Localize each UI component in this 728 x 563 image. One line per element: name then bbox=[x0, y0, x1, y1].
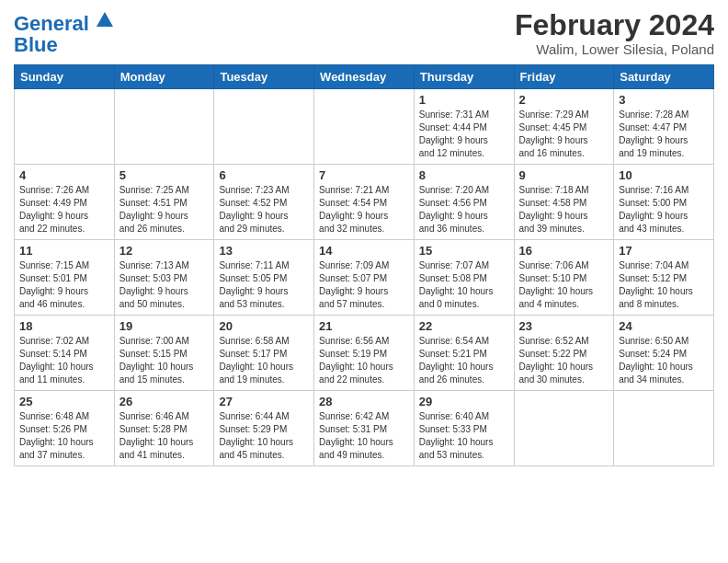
calendar-cell bbox=[15, 89, 115, 165]
day-info: Sunrise: 7:21 AM Sunset: 4:54 PM Dayligh… bbox=[319, 184, 409, 236]
calendar-week-4: 18Sunrise: 7:02 AM Sunset: 5:14 PM Dayli… bbox=[15, 316, 714, 391]
day-number: 15 bbox=[419, 244, 509, 258]
calendar-cell: 25Sunrise: 6:48 AM Sunset: 5:26 PM Dayli… bbox=[15, 391, 115, 466]
calendar-cell: 20Sunrise: 6:58 AM Sunset: 5:17 PM Dayli… bbox=[214, 316, 314, 391]
header-monday: Monday bbox=[114, 65, 214, 89]
title-block: February 2024 Walim, Lower Silesia, Pola… bbox=[515, 9, 714, 57]
calendar-cell: 24Sunrise: 6:50 AM Sunset: 5:24 PM Dayli… bbox=[614, 316, 714, 391]
calendar-table: Sunday Monday Tuesday Wednesday Thursday… bbox=[14, 64, 714, 466]
logo-text: General bbox=[14, 13, 113, 35]
calendar-cell: 7Sunrise: 7:21 AM Sunset: 4:54 PM Daylig… bbox=[314, 165, 415, 240]
day-info: Sunrise: 6:50 AM Sunset: 5:24 PM Dayligh… bbox=[619, 335, 709, 386]
day-info: Sunrise: 7:20 AM Sunset: 4:56 PM Dayligh… bbox=[419, 184, 509, 236]
day-number: 5 bbox=[119, 168, 210, 182]
day-number: 28 bbox=[319, 395, 409, 408]
calendar-cell bbox=[614, 391, 714, 466]
calendar-cell: 1Sunrise: 7:31 AM Sunset: 4:44 PM Daylig… bbox=[414, 89, 514, 165]
day-number: 14 bbox=[319, 244, 409, 258]
calendar-cell: 12Sunrise: 7:13 AM Sunset: 5:03 PM Dayli… bbox=[114, 240, 214, 316]
day-number: 13 bbox=[219, 244, 309, 258]
day-info: Sunrise: 6:40 AM Sunset: 5:33 PM Dayligh… bbox=[419, 410, 509, 462]
calendar-cell: 10Sunrise: 7:16 AM Sunset: 5:00 PM Dayli… bbox=[614, 165, 714, 240]
day-info: Sunrise: 6:48 AM Sunset: 5:26 PM Dayligh… bbox=[19, 410, 109, 462]
logo-blue: Blue bbox=[14, 33, 113, 57]
day-info: Sunrise: 6:56 AM Sunset: 5:19 PM Dayligh… bbox=[319, 335, 409, 386]
calendar-week-1: 1Sunrise: 7:31 AM Sunset: 4:44 PM Daylig… bbox=[15, 89, 714, 165]
calendar-cell: 18Sunrise: 7:02 AM Sunset: 5:14 PM Dayli… bbox=[15, 316, 115, 391]
day-number: 2 bbox=[519, 93, 609, 107]
calendar-cell: 14Sunrise: 7:09 AM Sunset: 5:07 PM Dayli… bbox=[314, 240, 415, 316]
day-number: 27 bbox=[219, 395, 309, 408]
day-number: 25 bbox=[19, 395, 109, 408]
month-year: February 2024 bbox=[515, 9, 714, 41]
day-number: 24 bbox=[619, 319, 709, 333]
calendar-cell: 9Sunrise: 7:18 AM Sunset: 4:58 PM Daylig… bbox=[514, 165, 614, 240]
day-number: 11 bbox=[19, 244, 109, 258]
page-container: General Blue February 2024 Walim, Lower … bbox=[0, 0, 728, 471]
day-info: Sunrise: 7:02 AM Sunset: 5:14 PM Dayligh… bbox=[19, 335, 109, 386]
day-info: Sunrise: 7:04 AM Sunset: 5:12 PM Dayligh… bbox=[619, 259, 709, 311]
logo-icon bbox=[97, 11, 113, 28]
day-number: 20 bbox=[219, 319, 309, 333]
day-number: 3 bbox=[619, 93, 709, 107]
calendar-cell: 27Sunrise: 6:44 AM Sunset: 5:29 PM Dayli… bbox=[214, 391, 314, 466]
header-saturday: Saturday bbox=[614, 65, 714, 89]
calendar-cell: 3Sunrise: 7:28 AM Sunset: 4:47 PM Daylig… bbox=[614, 89, 714, 165]
day-info: Sunrise: 6:44 AM Sunset: 5:29 PM Dayligh… bbox=[219, 410, 309, 462]
calendar-cell: 13Sunrise: 7:11 AM Sunset: 5:05 PM Dayli… bbox=[214, 240, 314, 316]
calendar-week-5: 25Sunrise: 6:48 AM Sunset: 5:26 PM Dayli… bbox=[15, 391, 714, 466]
day-number: 10 bbox=[619, 168, 709, 182]
day-number: 8 bbox=[419, 168, 509, 182]
day-number: 18 bbox=[19, 319, 109, 333]
calendar-cell: 29Sunrise: 6:40 AM Sunset: 5:33 PM Dayli… bbox=[414, 391, 514, 466]
day-info: Sunrise: 7:18 AM Sunset: 4:58 PM Dayligh… bbox=[519, 184, 609, 236]
logo: General Blue bbox=[14, 13, 113, 57]
day-info: Sunrise: 6:58 AM Sunset: 5:17 PM Dayligh… bbox=[219, 335, 309, 386]
day-number: 9 bbox=[519, 168, 609, 182]
day-info: Sunrise: 6:46 AM Sunset: 5:28 PM Dayligh… bbox=[119, 410, 210, 462]
day-number: 19 bbox=[119, 319, 210, 333]
header-tuesday: Tuesday bbox=[214, 65, 314, 89]
day-number: 21 bbox=[319, 319, 409, 333]
header: General Blue February 2024 Walim, Lower … bbox=[14, 9, 714, 57]
day-number: 17 bbox=[619, 244, 709, 258]
calendar-cell: 15Sunrise: 7:07 AM Sunset: 5:08 PM Dayli… bbox=[414, 240, 514, 316]
day-info: Sunrise: 6:42 AM Sunset: 5:31 PM Dayligh… bbox=[319, 410, 409, 462]
calendar-cell: 19Sunrise: 7:00 AM Sunset: 5:15 PM Dayli… bbox=[114, 316, 214, 391]
calendar-cell: 8Sunrise: 7:20 AM Sunset: 4:56 PM Daylig… bbox=[414, 165, 514, 240]
svg-marker-0 bbox=[97, 12, 113, 27]
day-number: 23 bbox=[519, 319, 609, 333]
day-number: 29 bbox=[419, 395, 509, 408]
calendar-cell bbox=[314, 89, 415, 165]
header-sunday: Sunday bbox=[15, 65, 115, 89]
calendar-week-2: 4Sunrise: 7:26 AM Sunset: 4:49 PM Daylig… bbox=[15, 165, 714, 240]
day-info: Sunrise: 7:31 AM Sunset: 4:44 PM Dayligh… bbox=[419, 109, 509, 160]
calendar-cell: 22Sunrise: 6:54 AM Sunset: 5:21 PM Dayli… bbox=[414, 316, 514, 391]
location: Walim, Lower Silesia, Poland bbox=[515, 41, 714, 57]
day-number: 26 bbox=[119, 395, 210, 408]
day-info: Sunrise: 6:54 AM Sunset: 5:21 PM Dayligh… bbox=[419, 335, 509, 386]
calendar-cell: 26Sunrise: 6:46 AM Sunset: 5:28 PM Dayli… bbox=[114, 391, 214, 466]
calendar-cell: 5Sunrise: 7:25 AM Sunset: 4:51 PM Daylig… bbox=[114, 165, 214, 240]
calendar-cell bbox=[114, 89, 214, 165]
day-info: Sunrise: 7:00 AM Sunset: 5:15 PM Dayligh… bbox=[119, 335, 210, 386]
day-info: Sunrise: 7:11 AM Sunset: 5:05 PM Dayligh… bbox=[219, 259, 309, 311]
day-info: Sunrise: 7:23 AM Sunset: 4:52 PM Dayligh… bbox=[219, 184, 309, 236]
day-info: Sunrise: 7:07 AM Sunset: 5:08 PM Dayligh… bbox=[419, 259, 509, 311]
header-friday: Friday bbox=[514, 65, 614, 89]
day-number: 1 bbox=[419, 93, 509, 107]
day-info: Sunrise: 7:09 AM Sunset: 5:07 PM Dayligh… bbox=[319, 259, 409, 311]
day-info: Sunrise: 7:13 AM Sunset: 5:03 PM Dayligh… bbox=[119, 259, 210, 311]
day-number: 22 bbox=[419, 319, 509, 333]
day-info: Sunrise: 7:25 AM Sunset: 4:51 PM Dayligh… bbox=[119, 184, 210, 236]
day-number: 16 bbox=[519, 244, 609, 258]
weekday-header-row: Sunday Monday Tuesday Wednesday Thursday… bbox=[15, 65, 714, 89]
day-info: Sunrise: 7:16 AM Sunset: 5:00 PM Dayligh… bbox=[619, 184, 709, 236]
day-number: 12 bbox=[119, 244, 210, 258]
day-info: Sunrise: 6:52 AM Sunset: 5:22 PM Dayligh… bbox=[519, 335, 609, 386]
day-number: 6 bbox=[219, 168, 309, 182]
calendar-cell: 6Sunrise: 7:23 AM Sunset: 4:52 PM Daylig… bbox=[214, 165, 314, 240]
calendar-cell: 17Sunrise: 7:04 AM Sunset: 5:12 PM Dayli… bbox=[614, 240, 714, 316]
day-info: Sunrise: 7:29 AM Sunset: 4:45 PM Dayligh… bbox=[519, 109, 609, 160]
day-info: Sunrise: 7:15 AM Sunset: 5:01 PM Dayligh… bbox=[19, 259, 109, 311]
